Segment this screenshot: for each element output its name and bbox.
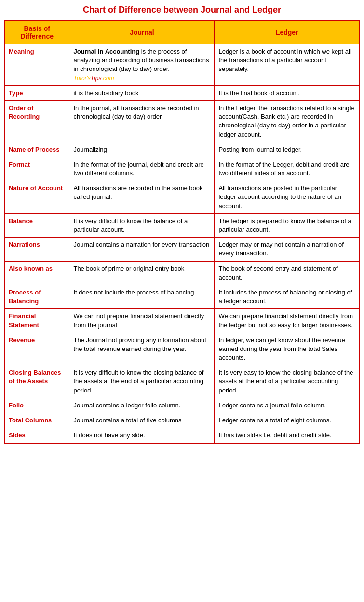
basis-cell: Meaning [4,44,69,86]
basis-cell: Nature of Account [4,181,69,214]
basis-cell: Name of Process [4,142,69,157]
basis-cell: Balance [4,213,69,237]
ledger-cell: It has two sides i.e. debit and credit s… [215,428,360,444]
ledger-cell: Ledger is a book of account in which we … [215,44,360,86]
journal-cell: Journal in Accounting is the process of … [69,44,215,86]
table-row: FolioJournal contains a ledger folio col… [4,398,360,413]
ledger-cell: In the Ledger, the transactions related … [215,100,360,142]
journal-cell: The book of prime or original entry book [69,261,215,285]
ledger-cell: In ledger, we can get know about the rev… [215,333,360,365]
table-row: Process of BalancingIt does not include … [4,285,360,308]
journal-cell: In the journal, all transactions are rec… [69,100,215,142]
basis-cell: Type [4,85,69,100]
ledger-cell: It is very easy to know the closing bala… [215,365,360,398]
journal-cell: Journal contains a total of five columns [69,413,215,428]
ledger-cell: All transactions are posted in the parti… [215,181,360,214]
ledger-cell: The ledger is prepared to know the balan… [215,213,360,237]
journal-cell: In the format of the journal, debit and … [69,157,215,181]
journal-cell: it is the subsidiary book [69,85,215,100]
ledger-cell: It is the final book of account. [215,85,360,100]
comparison-table: Basis of Difference Journal Ledger Meani… [4,20,360,444]
journal-cell: Journalizing [69,142,215,157]
ledger-cell: It includes the process of balancing or … [215,285,360,308]
table-row: Also known asThe book of prime or origin… [4,261,360,285]
table-row: Total ColumnsJournal contains a total of… [4,413,360,428]
ledger-cell: Ledger contains a total of eight columns… [215,413,360,428]
table-row: Order of RecordingIn the journal, all tr… [4,100,360,142]
journal-cell: All transactions are recorded in the sam… [69,181,215,214]
journal-cell: Journal contains a narration for every t… [69,238,215,261]
table-row: MeaningJournal in Accounting is the proc… [4,44,360,86]
ledger-cell: In the format of the Ledger, debit and c… [215,157,360,181]
basis-cell: Closing Balances of the Assets [4,365,69,398]
table-row: Typeit is the subsidiary bookIt is the f… [4,85,360,100]
table-row: Financial StatementWe can not prepare fi… [4,309,360,333]
basis-cell: Format [4,157,69,181]
ledger-cell: Posting from journal to ledger. [215,142,360,157]
ledger-cell: Ledger may or may not contain a narratio… [215,238,360,261]
ledger-cell: The book of second entry and statement o… [215,261,360,285]
header-journal: Journal [69,20,215,44]
journal-cell: We can not prepare financial statement d… [69,309,215,333]
header-ledger: Ledger [215,20,360,44]
basis-cell: Process of Balancing [4,285,69,308]
basis-cell: Folio [4,398,69,413]
journal-cell: It is very difficult to know the closing… [69,365,215,398]
table-row: BalanceIt is very difficult to know the … [4,213,360,237]
journal-cell: It is very difficult to know the balance… [69,213,215,237]
table-row: SidesIt does not have any side.It has tw… [4,428,360,444]
page-wrapper: Chart of Difference between Journal and … [0,0,364,448]
basis-cell: Order of Recording [4,100,69,142]
table-row: Nature of AccountAll transactions are re… [4,181,360,214]
ledger-cell: Ledger contains a journal folio column. [215,398,360,413]
basis-cell: Total Columns [4,413,69,428]
journal-cell: It does not include the process of balan… [69,285,215,308]
journal-cell: It does not have any side. [69,428,215,444]
basis-cell: Financial Statement [4,309,69,333]
basis-cell: Revenue [4,333,69,365]
table-row: RevenueThe Journal not providing any inf… [4,333,360,365]
basis-cell: Also known as [4,261,69,285]
journal-cell: The Journal not providing any informatio… [69,333,215,365]
basis-cell: Narrations [4,238,69,261]
header-basis: Basis of Difference [4,20,69,44]
table-row: NarrationsJournal contains a narration f… [4,238,360,261]
chart-title: Chart of Difference between Journal and … [4,5,360,15]
table-row: FormatIn the format of the journal, debi… [4,157,360,181]
ledger-cell: We can prepare financial statement direc… [215,309,360,333]
journal-cell: Journal contains a ledger folio column. [69,398,215,413]
table-row: Closing Balances of the AssetsIt is very… [4,365,360,398]
basis-cell: Sides [4,428,69,444]
table-row: Name of ProcessJournalizingPosting from … [4,142,360,157]
